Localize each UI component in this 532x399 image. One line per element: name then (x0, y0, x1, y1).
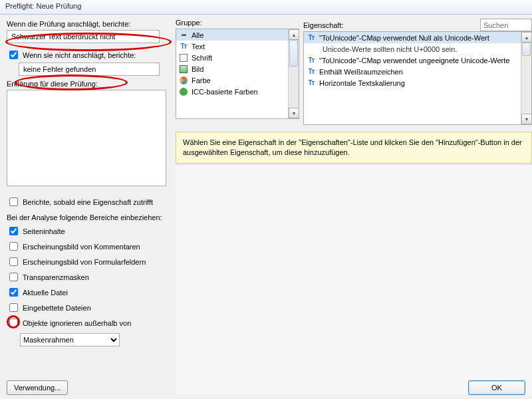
scroll-down-icon[interactable]: ▼ (289, 108, 299, 118)
explanation-label: Erklärung für diese Prüfung: (7, 80, 169, 88)
formularfelder-checkbox[interactable] (9, 257, 18, 266)
report-on-match-input[interactable] (7, 30, 160, 43)
group-column: Gruppe: Alle Text Schrift Bild Farbe ICC… (176, 19, 299, 125)
objekte-ignorieren-label: Objekte ignorieren außerhalb von (23, 319, 131, 327)
color-icon (180, 76, 188, 84)
kommentare-label: Erscheinungsbild von Kommentaren (23, 243, 140, 251)
group-item-alle[interactable]: Alle (176, 29, 299, 41)
all-icon (179, 31, 188, 40)
kommentare-checkbox[interactable] (9, 242, 18, 251)
group-item-icc[interactable]: ICC-basierte Farben (176, 86, 299, 97)
scroll-up-icon[interactable]: ▲ (289, 29, 299, 40)
aktuelle-datei-checkbox[interactable] (9, 288, 18, 297)
font-icon (180, 54, 188, 62)
group-item-text[interactable]: Text (176, 41, 299, 52)
when-not-match-label: Wenn sie nicht anschlägt, berichte: (23, 51, 136, 59)
formularfelder-label: Erscheinungsbild von Formularfeldern (23, 258, 146, 266)
tt-icon (307, 78, 316, 88)
maskenrahmen-select[interactable]: Maskenrahmen (20, 333, 120, 346)
group-item-farbe[interactable]: Farbe (176, 74, 299, 86)
icc-icon (180, 88, 188, 96)
verwendung-button[interactable]: Verwendung... (7, 380, 68, 395)
property-listbox[interactable]: "ToUnicode"-CMap verwendet Null als Unic… (303, 31, 532, 125)
group-item-schrift[interactable]: Schrift (176, 52, 299, 63)
explanation-textarea[interactable] (7, 90, 166, 186)
property-item[interactable]: Horizontale Textskalierung (304, 77, 531, 88)
group-label: Gruppe: (176, 19, 299, 27)
eingebettete-checkbox[interactable] (9, 303, 18, 312)
window-titlebar: Preflight: Neue Prüfung (0, 0, 532, 15)
right-panel: Gruppe: Alle Text Schrift Bild Farbe ICC… (173, 15, 532, 399)
ok-button[interactable]: OK (468, 380, 525, 395)
report-immediate-label: Berichte, sobald eine Eigenschaft zutrif… (23, 198, 153, 206)
property-item-desc: Unicode-Werte sollten nicht U+0000 sein. (304, 43, 531, 55)
transparenzmasken-label: Transparenzmasken (23, 273, 89, 281)
property-column: Eigenschaft: "ToUnicode"-CMap verwendet … (303, 19, 532, 125)
right-body-empty (176, 164, 532, 395)
transparenzmasken-checkbox[interactable] (9, 273, 18, 281)
left-panel: Wenn die Prüfung anschlägt, berichte: We… (0, 15, 173, 399)
property-item[interactable]: "ToUnicode"-CMap verwendet Null als Unic… (304, 32, 531, 43)
hint-text: Wählen Sie eine Eigenschaft in der "Eige… (183, 138, 522, 156)
group-scrollbar[interactable]: ▲ ▼ (288, 29, 299, 118)
group-item-bild[interactable]: Bild (176, 63, 299, 74)
search-input[interactable] (480, 19, 532, 31)
property-scrollbar[interactable]: ▲ ▼ (521, 32, 531, 124)
tt-icon (307, 33, 316, 43)
objekte-ignorieren-checkbox[interactable] (9, 319, 18, 327)
scroll-thumb[interactable] (522, 43, 531, 56)
seiteninhalte-checkbox[interactable] (9, 227, 18, 235)
aktuelle-datei-label: Aktuelle Datei (23, 289, 68, 297)
report-immediate-checkbox[interactable] (9, 198, 18, 206)
hint-box: Wählen Sie eine Eigenschaft in der "Eige… (176, 132, 532, 164)
eingebettete-label: Eingebettete Dateien (23, 304, 91, 312)
tt-icon (307, 56, 316, 65)
scroll-down-icon[interactable]: ▼ (521, 114, 532, 124)
tt-icon (307, 67, 316, 76)
window-title: Preflight: Neue Prüfung (5, 2, 81, 10)
report-on-nomatch-input[interactable] (19, 63, 160, 76)
scroll-thumb[interactable] (289, 40, 298, 66)
group-listbox[interactable]: Alle Text Schrift Bild Farbe ICC-basiert… (176, 29, 299, 119)
property-item[interactable]: "ToUnicode"-CMap verwendet ungeeignete U… (304, 55, 531, 66)
property-item[interactable]: Enthält Weißraumzeichen (304, 66, 531, 77)
scroll-up-icon[interactable]: ▲ (521, 32, 532, 43)
when-not-match-checkbox[interactable] (9, 51, 18, 59)
image-icon (180, 65, 188, 73)
include-areas-label: Bei der Analyse folgende Bereiche einbez… (7, 213, 169, 221)
property-label: Eigenschaft: (303, 21, 344, 29)
when-match-label: Wenn die Prüfung anschlägt, berichte: (7, 20, 169, 28)
text-icon (179, 42, 188, 51)
seiteninhalte-label: Seiteninhalte (23, 227, 65, 235)
